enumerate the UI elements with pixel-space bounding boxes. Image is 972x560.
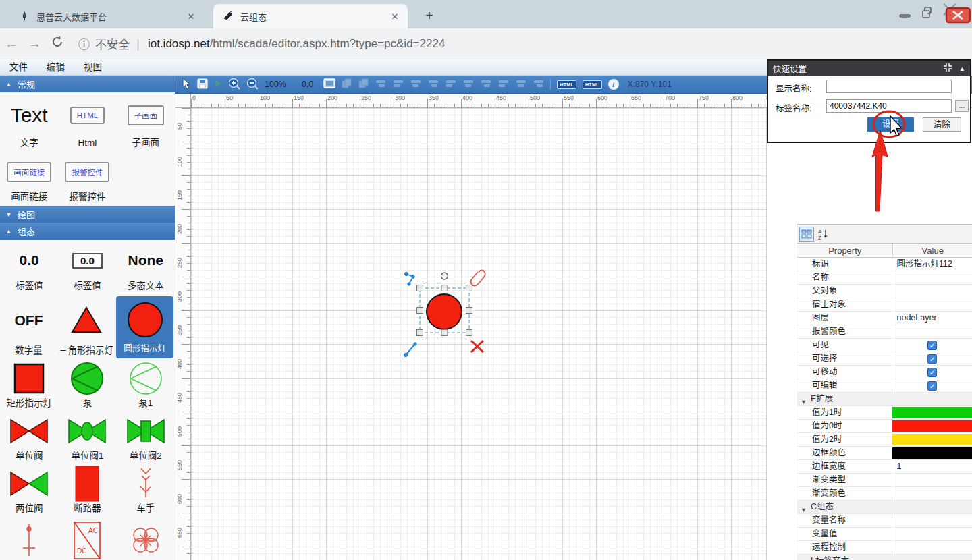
property-value[interactable]: 圆形指示灯112 [892, 258, 972, 271]
export-html-icon[interactable]: HTML [557, 80, 576, 89]
color-swatch[interactable] [892, 434, 972, 445]
property-value[interactable] [892, 433, 972, 446]
zoom-out-icon[interactable] [246, 78, 259, 92]
palette-item[interactable]: 两位阀 [0, 465, 58, 517]
set-button[interactable]: 设置 [867, 117, 914, 132]
property-value[interactable] [892, 541, 972, 554]
collapse-icon[interactable]: ▲ [959, 65, 965, 72]
breaker-icon [75, 466, 99, 504]
palette-item[interactable]: 单位阀1 [58, 412, 116, 465]
menu-edit[interactable]: 编辑 [37, 59, 74, 75]
property-value[interactable] [892, 285, 972, 298]
palette-item[interactable]: 0.0标签值 [58, 240, 116, 295]
property-value[interactable] [892, 447, 972, 459]
section-header-draw[interactable]: ▼绘图 [0, 206, 175, 223]
info-about-icon[interactable]: i [608, 79, 619, 90]
property-value[interactable] [892, 487, 972, 500]
palette-item[interactable]: 画面链接画面链接 [0, 152, 58, 206]
palette-item[interactable]: Text文字 [0, 92, 58, 152]
run-preview-icon[interactable] [214, 79, 222, 90]
property-category-name[interactable]: ▼C组态 [797, 501, 972, 513]
property-category-name[interactable]: ▼L标签文本 [797, 555, 972, 560]
property-value[interactable]: nodeLayer [892, 312, 972, 325]
palette-item[interactable]: 刀闸 [0, 517, 58, 560]
checkbox-checked-icon[interactable]: ✓ [927, 341, 937, 350]
section-header-scada[interactable]: ▲组态 [0, 223, 175, 240]
section-header-general[interactable]: ▲常规 [0, 76, 175, 92]
browser-tab-scada[interactable]: 云组态 ✕ [213, 4, 408, 28]
palette-item[interactable]: 三角形指示灯 [57, 295, 115, 360]
checkbox-checked-icon[interactable]: ✓ [927, 368, 937, 377]
browser-tab-platform[interactable]: 思普云大数据平台 ✕ [9, 4, 204, 28]
reload-icon[interactable] [46, 35, 69, 52]
dock-icon[interactable] [943, 63, 952, 74]
property-value[interactable] [892, 528, 972, 540]
palette-item[interactable]: 断路器 [58, 465, 116, 517]
preview-html-icon[interactable]: HTML [583, 80, 602, 89]
color-swatch[interactable] [892, 420, 972, 432]
palette-item[interactable]: ACDC逆变器 [58, 517, 116, 560]
property-value[interactable]: ✓ [892, 352, 972, 365]
palette-item[interactable]: 泵 [58, 360, 116, 412]
pointer-tool-icon[interactable] [182, 78, 191, 92]
back-icon[interactable]: ← [0, 36, 23, 51]
attach-paperclip-icon[interactable] [471, 270, 485, 285]
categorized-view-icon[interactable] [799, 227, 814, 242]
tag-name-input[interactable] [826, 99, 952, 113]
checkbox-checked-icon[interactable]: ✓ [927, 381, 937, 391]
checkbox-checked-icon[interactable]: ✓ [927, 354, 937, 364]
sort-az-icon[interactable]: AZ [816, 227, 831, 242]
minimize-button[interactable] [895, 7, 915, 22]
property-value[interactable] [892, 271, 972, 284]
property-value[interactable] [892, 514, 972, 527]
property-value[interactable] [892, 406, 972, 419]
tab-close-icon[interactable]: ✕ [389, 11, 401, 22]
property-value[interactable] [892, 474, 972, 486]
property-value[interactable] [892, 298, 972, 311]
palette-item[interactable]: 车手 [117, 465, 175, 517]
rotate-handle[interactable] [441, 273, 448, 279]
palette-item[interactable]: HTMLHtml [58, 92, 116, 152]
restore-button[interactable] [915, 5, 936, 22]
color-swatch[interactable] [892, 407, 972, 418]
clear-button[interactable]: 清除 [923, 117, 961, 132]
palette-item[interactable]: 报警控件报警控件 [58, 152, 116, 206]
palette-item[interactable]: 单位阀2 [117, 412, 175, 465]
property-value[interactable] [892, 325, 972, 338]
menu-file[interactable]: 文件 [0, 59, 37, 75]
zoom-in-icon[interactable] [228, 78, 240, 92]
property-value[interactable]: ✓ [892, 379, 972, 392]
palette-item[interactable]: 单位阀 [0, 412, 58, 465]
delete-x-icon[interactable] [471, 341, 483, 352]
property-value[interactable]: 1 [892, 460, 972, 473]
palette-item[interactable]: 圆形指示灯 [116, 296, 173, 358]
browse-tags-button[interactable]: ... [955, 100, 969, 112]
palette-item[interactable]: None多态文本 [117, 240, 175, 295]
property-value[interactable] [892, 420, 972, 432]
url-field[interactable]: ⓘ 不安全 | iot.idosp.net/html/scada/editor.… [78, 35, 445, 52]
circle-indicator-shape[interactable] [427, 294, 462, 329]
save-icon[interactable] [197, 78, 208, 91]
palette-item[interactable]: OFF数字量 [0, 295, 57, 360]
palette-item[interactable]: 矩形指示灯 [0, 360, 58, 412]
forward-icon[interactable]: → [23, 36, 46, 51]
quick-settings-header[interactable]: 快速设置 ▲ [768, 61, 970, 76]
ruler-tick [187, 398, 190, 399]
new-tab-button[interactable]: + [420, 7, 439, 26]
color-swatch[interactable] [892, 447, 972, 459]
menu-view[interactable]: 视图 [74, 59, 111, 75]
display-name-input[interactable] [826, 80, 952, 93]
tab-close-icon[interactable]: ✕ [185, 11, 197, 22]
screen-size-icon[interactable] [323, 78, 335, 90]
info-icon[interactable]: ⓘ [78, 35, 90, 52]
property-value[interactable]: ✓ [892, 366, 972, 379]
palette-item[interactable]: 泵1 [117, 360, 175, 412]
palette-item[interactable]: 0.0标签值 [0, 240, 58, 295]
connector-icon[interactable] [404, 272, 414, 285]
property-category-name[interactable]: ▼E扩展 [797, 393, 972, 405]
close-button[interactable] [941, 3, 972, 26]
palette-item[interactable]: 子画面子画面 [117, 92, 175, 152]
palette-item[interactable]: PT [117, 517, 175, 560]
property-value[interactable]: ✓ [892, 339, 972, 352]
line-tool-icon[interactable] [404, 343, 416, 357]
